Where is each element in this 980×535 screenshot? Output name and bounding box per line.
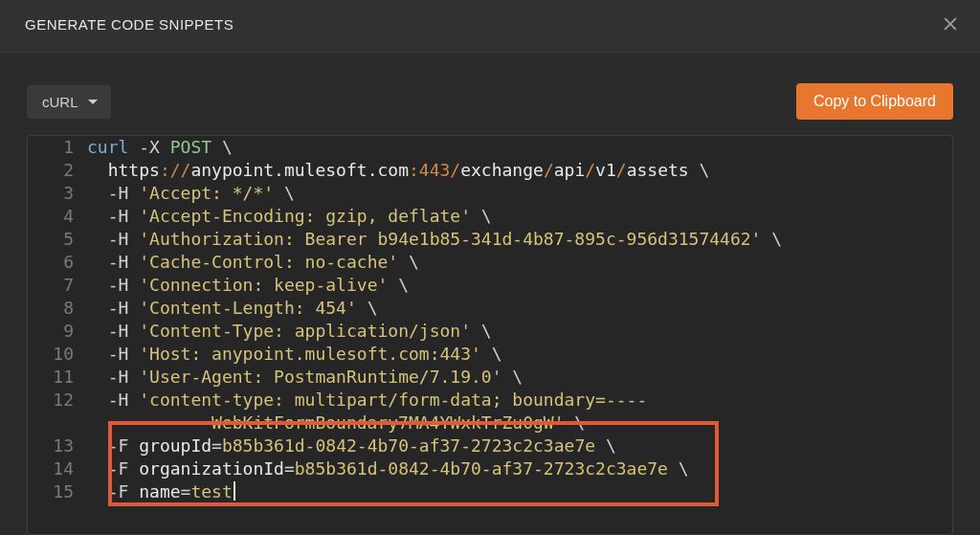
code-editor[interactable]: 1curl -X POST \2 https://anypoint.muleso… [27, 135, 953, 535]
code-text: -H 'Cache-Control: no-cache' \ [87, 251, 952, 274]
code-text: https://anypoint.mulesoft.com:443/exchan… [87, 159, 952, 182]
line-number: 7 [28, 274, 87, 297]
code-text: curl -X POST \ [87, 136, 952, 159]
code-line: 6 -H 'Cache-Control: no-cache' \ [28, 251, 952, 274]
line-number: 9 [28, 320, 87, 343]
language-dropdown-label: cURL [42, 94, 78, 110]
code-line: 7 -H 'Connection: keep-alive' \ [28, 274, 952, 297]
code-text: -H 'Content-Type: application/json' \ [87, 320, 952, 343]
close-icon [941, 14, 960, 33]
code-line: 14 -F organizationId=b85b361d-0842-4b70-… [28, 457, 952, 480]
line-number: 10 [28, 343, 87, 366]
code-line: 12 -H 'content-type: multipart/form-data… [28, 389, 952, 412]
code-text: -F name=test [87, 480, 952, 503]
line-number: 2 [28, 159, 87, 182]
code-text: -H 'Authorization: Bearer b94e1b85-341d-… [87, 228, 952, 251]
code-snippet-modal: GENERATE CODE SNIPPETS cURL Copy to Clip… [0, 0, 980, 535]
code-line: 5 -H 'Authorization: Bearer b94e1b85-341… [28, 228, 952, 251]
code-text: -H 'content-type: multipart/form-data; b… [87, 389, 952, 412]
modal-toolbar: cURL Copy to Clipboard [0, 53, 980, 135]
code-text: -H 'Connection: keep-alive' \ [87, 274, 952, 297]
line-number: 15 [28, 480, 87, 503]
chevron-down-icon [88, 100, 98, 104]
code-text: -H 'Accept-Encoding: gzip, deflate' \ [87, 205, 952, 228]
code-line: WebKitFormBoundary7MA4YWxkTrZu0gW' \ [28, 412, 952, 435]
code-line: 4 -H 'Accept-Encoding: gzip, deflate' \ [28, 205, 952, 228]
code-text: WebKitFormBoundary7MA4YWxkTrZu0gW' \ [87, 412, 952, 435]
line-number: 13 [28, 435, 87, 457]
code-content: 1curl -X POST \2 https://anypoint.muleso… [28, 136, 952, 513]
code-line: 9 -H 'Content-Type: application/json' \ [28, 320, 952, 343]
code-line: 8 -H 'Content-Length: 454' \ [28, 297, 952, 320]
line-number: 14 [28, 457, 87, 480]
language-dropdown[interactable]: cURL [27, 85, 111, 119]
line-number: 3 [28, 182, 87, 205]
code-text: -H 'Content-Length: 454' \ [87, 297, 952, 320]
line-number: 11 [28, 366, 87, 389]
close-button[interactable] [940, 13, 961, 34]
code-line: 15 -F name=test [28, 480, 952, 503]
code-line: 1curl -X POST \ [28, 136, 952, 159]
code-text: -F organizationId=b85b361d-0842-4b70-af3… [87, 457, 952, 480]
line-number: 6 [28, 251, 87, 274]
code-line: 2 https://anypoint.mulesoft.com:443/exch… [28, 159, 952, 182]
code-line: 3 -H 'Accept: */*' \ [28, 182, 952, 205]
code-text: -F groupId=b85b361d-0842-4b70-af37-2723c… [87, 435, 952, 457]
code-text: -H 'User-Agent: PostmanRuntime/7.19.0' \ [87, 366, 952, 389]
line-number: 1 [28, 136, 87, 159]
line-number: 5 [28, 228, 87, 251]
code-text: -H 'Accept: */*' \ [87, 182, 952, 205]
line-number: 4 [28, 205, 87, 228]
code-line: 11 -H 'User-Agent: PostmanRuntime/7.19.0… [28, 366, 952, 389]
code-text: -H 'Host: anypoint.mulesoft.com:443' \ [87, 343, 952, 366]
code-line: 10 -H 'Host: anypoint.mulesoft.com:443' … [28, 343, 952, 366]
modal-title: GENERATE CODE SNIPPETS [25, 16, 234, 33]
modal-header: GENERATE CODE SNIPPETS [0, 0, 980, 53]
copy-button-label: Copy to Clipboard [813, 93, 936, 109]
line-number: 8 [28, 297, 87, 320]
line-number: 12 [28, 389, 87, 412]
code-line: 13 -F groupId=b85b361d-0842-4b70-af37-27… [28, 435, 952, 457]
copy-to-clipboard-button[interactable]: Copy to Clipboard [796, 83, 953, 120]
